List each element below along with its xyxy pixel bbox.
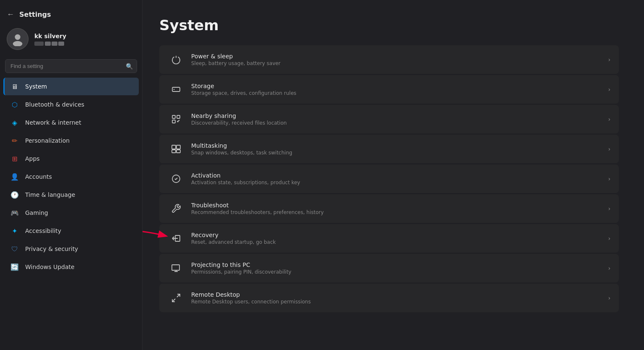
- setting-row-multitasking[interactable]: Multitasking Snap windows, desktops, tas…: [159, 135, 619, 163]
- gaming-icon: 🎮: [10, 208, 19, 217]
- apps-icon: ⊞: [10, 154, 19, 163]
- svg-point-0: [15, 34, 20, 40]
- setting-row-nearby[interactable]: Nearby sharing Discoverability, received…: [159, 105, 619, 133]
- setting-title: Multitasking: [191, 142, 603, 149]
- setting-row-power[interactable]: Power & sleep Sleep, battery usage, batt…: [159, 45, 619, 74]
- svg-line-15: [177, 294, 180, 297]
- projecting-icon: [168, 260, 184, 277]
- sidebar-item-personalization[interactable]: ✏ Personalization: [3, 132, 139, 149]
- main-content: System Power & sleep Sleep, battery usag…: [143, 0, 644, 350]
- sidebar-item-bluetooth[interactable]: ⬡ Bluetooth & devices: [3, 96, 139, 113]
- setting-title: Nearby sharing: [191, 112, 603, 119]
- sidebar-item-accounts[interactable]: 👤 Accounts: [3, 168, 139, 185]
- svg-rect-10: [177, 150, 180, 153]
- setting-sub: Discoverability, received files location: [191, 120, 603, 126]
- sidebar-item-apps[interactable]: ⊞ Apps: [3, 150, 139, 167]
- chevron-icon: ›: [608, 235, 610, 242]
- setting-row-storage[interactable]: Storage Storage space, drives, configura…: [159, 75, 619, 104]
- chevron-icon: ›: [608, 265, 610, 272]
- setting-title: Projecting to this PC: [191, 261, 603, 268]
- svg-point-1: [13, 41, 23, 46]
- sidebar-item-accessibility[interactable]: ✦ Accessibility: [3, 222, 139, 240]
- personalization-icon: ✏: [10, 136, 19, 145]
- time-icon: 🕐: [10, 190, 19, 199]
- sidebar-item-gaming[interactable]: 🎮 Gaming: [3, 204, 139, 222]
- bluetooth-icon: ⬡: [10, 100, 19, 109]
- setting-row-remote[interactable]: Remote Desktop Remote Desktop users, con…: [159, 284, 619, 312]
- username: kk silvery: [34, 33, 66, 39]
- setting-text-storage: Storage Storage space, drives, configura…: [191, 83, 603, 96]
- nearby-icon: [168, 111, 184, 128]
- remote-icon: [168, 290, 184, 306]
- setting-text-recovery: Recovery Reset, advanced startup, go bac…: [191, 232, 603, 245]
- svg-rect-2: [172, 87, 180, 91]
- svg-rect-4: [172, 115, 175, 118]
- user-section[interactable]: kk silvery: [0, 23, 142, 57]
- avatar: [7, 28, 29, 50]
- sidebar-item-label: System: [25, 83, 47, 90]
- setting-row-recovery[interactable]: Recovery Reset, advanced startup, go bac…: [159, 224, 619, 253]
- sidebar-item-label: Windows Update: [25, 264, 75, 270]
- svg-rect-6: [172, 120, 175, 123]
- setting-sub: Recommended troubleshooters, preferences…: [191, 209, 603, 215]
- page-title: System: [159, 17, 619, 34]
- sidebar-item-update[interactable]: 🔄 Windows Update: [3, 258, 139, 276]
- system-icon: 🖥: [10, 82, 19, 91]
- setting-sub: Reset, advanced startup, go back: [191, 239, 603, 245]
- chevron-icon: ›: [608, 56, 610, 63]
- setting-text-troubleshoot: Troubleshoot Recommended troubleshooters…: [191, 202, 603, 215]
- setting-row-activation[interactable]: Activation Activation state, subscriptio…: [159, 165, 619, 193]
- troubleshoot-icon: [168, 200, 184, 217]
- sidebar-item-time[interactable]: 🕐 Time & language: [3, 186, 139, 204]
- sidebar-item-label: Time & language: [25, 191, 75, 198]
- setting-text-remote: Remote Desktop Remote Desktop users, con…: [191, 291, 603, 305]
- settings-list: Power & sleep Sleep, battery usage, batt…: [159, 45, 619, 312]
- sidebar-item-label: Gaming: [25, 209, 48, 216]
- sidebar-item-label: Privacy & security: [25, 246, 78, 252]
- sidebar-item-system[interactable]: 🖥 System: [3, 78, 139, 95]
- search-input[interactable]: [5, 59, 137, 73]
- svg-rect-9: [172, 150, 176, 153]
- sidebar-header: ← Settings: [0, 4, 142, 23]
- user-info: kk silvery: [34, 33, 66, 46]
- storage-icon: [168, 81, 184, 98]
- sidebar-item-label: Bluetooth & devices: [25, 101, 84, 108]
- activation-icon: [168, 170, 184, 187]
- setting-text-activation: Activation Activation state, subscriptio…: [191, 172, 603, 185]
- setting-row-projecting[interactable]: Projecting to this PC Permissions, pairi…: [159, 254, 619, 282]
- sidebar-item-label: Personalization: [25, 137, 70, 144]
- setting-sub: Permissions, pairing PIN, discoverabilit…: [191, 269, 603, 275]
- setting-title: Storage: [191, 83, 603, 89]
- chevron-icon: ›: [608, 175, 610, 182]
- setting-text-power: Power & sleep Sleep, battery usage, batt…: [191, 53, 603, 66]
- privacy-icon: 🛡: [10, 244, 19, 253]
- power-icon: [168, 51, 184, 68]
- setting-title: Activation: [191, 172, 603, 179]
- svg-rect-5: [177, 115, 180, 118]
- back-button[interactable]: ←: [7, 8, 18, 21]
- chevron-icon: ›: [608, 86, 610, 93]
- setting-title: Recovery: [191, 232, 603, 238]
- update-icon: 🔄: [10, 262, 19, 272]
- app-title: Settings: [19, 10, 51, 18]
- network-icon: ◈: [10, 118, 19, 127]
- search-box[interactable]: 🔍: [5, 59, 137, 73]
- setting-row-troubleshoot[interactable]: Troubleshoot Recommended troubleshooters…: [159, 194, 619, 223]
- setting-text-projecting: Projecting to this PC Permissions, pairi…: [191, 261, 603, 275]
- chevron-icon: ›: [608, 146, 610, 152]
- sidebar-item-label: Network & internet: [25, 119, 81, 126]
- accounts-icon: 👤: [10, 172, 19, 181]
- setting-sub: Activation state, subscriptions, product…: [191, 180, 603, 185]
- nav-items: 🖥 System ⬡ Bluetooth & devices ◈ Network…: [0, 77, 142, 350]
- sidebar: ← Settings kk silvery 🔍: [0, 0, 143, 350]
- sidebar-item-label: Apps: [25, 155, 40, 162]
- accessibility-icon: ✦: [10, 226, 19, 235]
- svg-rect-14: [172, 265, 179, 270]
- setting-title: Power & sleep: [191, 53, 603, 60]
- sidebar-item-privacy[interactable]: 🛡 Privacy & security: [3, 240, 139, 258]
- user-bars: [34, 42, 66, 46]
- chevron-icon: ›: [608, 205, 610, 212]
- sidebar-item-network[interactable]: ◈ Network & internet: [3, 114, 139, 131]
- setting-title: Troubleshoot: [191, 202, 603, 209]
- setting-text-nearby: Nearby sharing Discoverability, received…: [191, 112, 603, 126]
